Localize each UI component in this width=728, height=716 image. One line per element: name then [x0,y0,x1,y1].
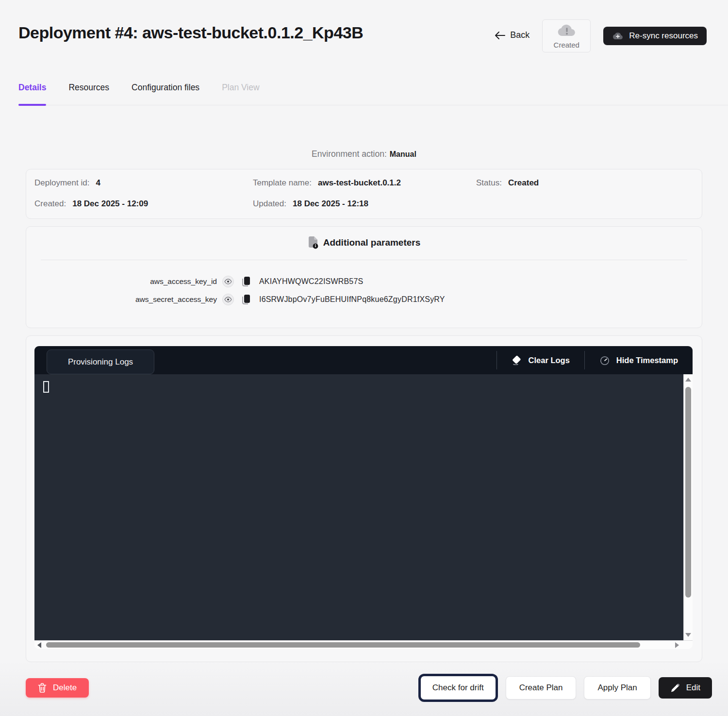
resync-resources-button[interactable]: Re-sync resources [603,27,707,45]
log-terminal: Provisioning Logs Clear Logs [34,346,693,649]
page-header: Deployment #4: aws-test-bucket.0.1.2_Kp4… [0,4,728,52]
status-tile-label: Created [554,41,579,49]
additional-parameters-card: Additional parameters aws_access_key_id … [26,226,702,328]
status-label: Status: [476,177,502,189]
check-for-drift-button[interactable]: Check for drift [422,678,494,698]
template-name-label: Template name: [253,177,312,189]
edit-button[interactable]: Edit [659,677,712,699]
deployment-id-value: 4 [96,177,100,189]
updated-label: Updated: [253,198,286,210]
additional-parameters-title: Additional parameters [323,237,421,248]
parameter-value: AKIAYHWQWC22ISWRB57S [259,277,702,286]
check-drift-highlight-ring: Check for drift [418,674,498,702]
delete-button[interactable]: Delete [26,678,89,698]
provisioning-logs-card: Provisioning Logs Clear Logs [26,335,702,662]
vertical-scrollbar[interactable] [683,374,693,640]
updated-value: 18 Dec 2025 - 12:18 [293,198,368,210]
parameter-name: aws_access_key_id [26,277,217,286]
header-actions: Back Created [495,19,707,52]
created-value: 18 Dec 2025 - 12:09 [72,198,148,210]
scroll-left-arrow[interactable] [37,642,41,648]
created-label: Created: [34,198,66,210]
scroll-right-arrow[interactable] [675,642,679,648]
parameter-value: I6SRWJbpOv7yFuBEHUIfNPq8kue6ZgyDR1fXSyRY [259,295,702,304]
environment-action-label: Environment action: [312,149,387,159]
back-button[interactable]: Back [495,30,529,40]
eraser-icon [512,355,522,365]
cloud-plus-icon [612,32,624,40]
scroll-down-arrow[interactable] [685,633,691,637]
hide-timestamp-button[interactable]: Hide Timestamp [585,346,693,374]
resync-label: Re-sync resources [629,31,698,41]
template-name-value: aws-test-bucket.0.1.2 [318,177,401,189]
eye-icon[interactable] [222,294,234,305]
apply-plan-button[interactable]: Apply Plan [584,676,650,699]
status-field: Status: Created [476,177,692,189]
edit-label: Edit [686,683,700,693]
divider [41,260,687,260]
copy-icon[interactable] [240,276,252,287]
action-bar: Delete Check for drift Create Plan Apply… [26,674,712,702]
back-label: Back [510,30,529,40]
tab-resources[interactable]: Resources [68,83,109,105]
scroll-up-arrow[interactable] [685,378,691,382]
log-terminal-header: Provisioning Logs Clear Logs [34,346,693,374]
parameter-row: aws_access_key_id AKIAYHWQWC22ISWRB57S [26,276,702,287]
environment-action: Environment action:Manual [0,149,728,159]
arrow-left-icon [495,31,505,40]
deployment-summary-card: Deployment id: 4 Template name: aws-test… [26,169,702,219]
clear-logs-label: Clear Logs [529,356,570,365]
terminal-cursor [43,381,49,393]
delete-label: Delete [53,683,77,693]
cloud-alert-icon [557,20,576,41]
horizontal-scrollbar[interactable] [34,640,693,649]
parameter-name: aws_secret_access_key [26,295,217,304]
status-value: Created [508,177,539,189]
hide-timestamp-label: Hide Timestamp [616,356,678,365]
log-output-area[interactable] [34,374,693,640]
eye-icon[interactable] [222,276,234,287]
environment-action-value: Manual [390,150,416,158]
plan-actions: Check for drift Create Plan Apply Plan E… [418,674,712,702]
horizontal-scroll-thumb[interactable] [46,642,640,648]
page-title: Deployment #4: aws-test-bucket.0.1.2_Kp4… [18,19,363,42]
tab-provisioning-logs[interactable]: Provisioning Logs [47,350,154,374]
timer-icon [599,355,610,366]
copy-icon[interactable] [240,294,252,305]
deployment-id-label: Deployment id: [34,177,89,189]
document-info-icon [308,236,318,249]
tab-plan-view: Plan View [222,83,260,105]
status-tile: Created [542,19,591,52]
created-field: Created: 18 Dec 2025 - 12:09 [34,198,253,210]
pen-icon [670,683,680,693]
deployment-id-field: Deployment id: 4 [34,177,253,189]
trash-icon [38,683,47,693]
log-controls: Clear Logs Hide Timestamp [496,346,693,374]
updated-field: Updated: 18 Dec 2025 - 12:18 [253,198,476,210]
tab-details[interactable]: Details [18,83,46,105]
vertical-scroll-thumb[interactable] [685,387,691,598]
parameter-list: aws_access_key_id AKIAYHWQWC22ISWRB57S a… [26,276,702,305]
template-name-field: Template name: aws-test-bucket.0.1.2 [253,177,476,189]
deployment-details-page: Deployment #4: aws-test-bucket.0.1.2_Kp4… [0,0,728,716]
tab-configuration-files[interactable]: Configuration files [132,83,199,105]
additional-parameters-header: Additional parameters [26,236,702,249]
tab-bar: Details Resources Configuration files Pl… [18,83,728,105]
clear-logs-button[interactable]: Clear Logs [497,346,584,374]
create-plan-button[interactable]: Create Plan [506,676,577,699]
parameter-row: aws_secret_access_key I6SRWJbpOv7yFuBEHU… [26,294,702,305]
